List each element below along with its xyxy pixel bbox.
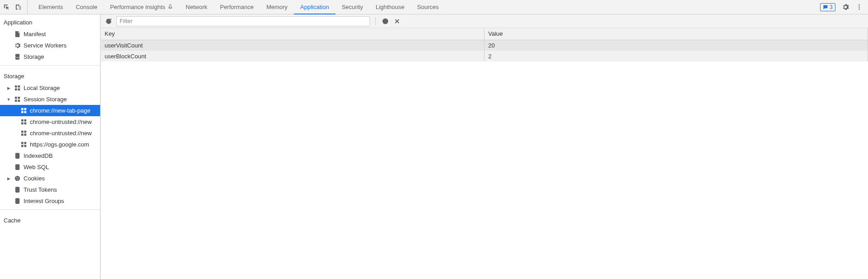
gear-icon [14,42,21,49]
origin-0-label: chrome://new-tab-page [30,107,91,114]
messages-count: 3 [830,4,833,10]
svg-rect-25 [24,142,26,144]
svg-rect-26 [21,145,23,147]
col-header-key[interactable]: Key [101,28,484,40]
tab-security[interactable]: Security [336,0,369,14]
top-left-icons [3,0,28,14]
settings-icon[interactable] [842,4,849,11]
collapse-arrow-icon[interactable]: ▼ [6,97,11,102]
sidebar-item-indexeddb[interactable]: IndexedDB [0,150,100,161]
cell-key: userBlockCount [101,51,484,61]
interest-groups-label: Interest Groups [24,198,64,204]
devtools-top-bar: Elements Console Performance insights Ne… [0,0,868,14]
sidebar-item-manifest[interactable]: Manifest [0,28,100,40]
device-toggle-icon[interactable] [14,4,22,11]
origin-2-label: chrome-untrusted://new [30,130,92,137]
svg-rect-9 [18,97,20,99]
sidebar-item-session-storage[interactable]: ▼ Session Storage [0,94,100,105]
beaker-icon [168,4,173,10]
svg-rect-13 [24,108,26,110]
database-icon [14,53,21,61]
trust-tokens-label: Trust Tokens [24,186,57,193]
svg-rect-8 [14,97,17,99]
table-header-row: Key Value [101,28,868,40]
svg-rect-24 [21,142,23,144]
panel-tabs: Elements Console Performance insights Ne… [32,0,445,14]
svg-rect-7 [18,88,20,90]
main-area: Application Manifest Service Workers Sto… [0,14,868,279]
svg-rect-10 [14,99,17,102]
tab-performance-insights-label: Performance insights [110,4,165,10]
svg-point-0 [858,5,860,6]
tab-lighthouse[interactable]: Lighthouse [369,0,411,14]
manifest-label: Manifest [24,31,46,38]
tab-memory[interactable]: Memory [260,0,294,14]
toolbar-divider [375,17,376,25]
svg-rect-21 [24,131,26,133]
database-icon [14,186,21,194]
sidebar-item-websql[interactable]: Web SQL [0,161,100,173]
svg-point-2 [858,9,860,10]
sidebar-item-cookies[interactable]: ▶ Cookies [0,173,100,184]
sidebar-item-trust-tokens[interactable]: Trust Tokens [0,184,100,195]
indexeddb-label: IndexedDB [24,152,53,159]
filter-input[interactable] [116,16,370,26]
cell-key: userVisitCount [101,40,484,51]
delete-selected-icon[interactable] [393,17,401,25]
grid-icon [20,141,27,148]
sidebar-item-origin-3[interactable]: https://ogs.google.com [0,139,100,150]
tab-performance-insights[interactable]: Performance insights [104,0,179,14]
tab-network[interactable]: Network [179,0,214,14]
svg-point-33 [17,179,18,180]
database-icon [14,198,21,205]
table-row[interactable]: userBlockCount 2 [101,51,868,61]
refresh-icon[interactable] [105,17,113,25]
expand-arrow-icon[interactable]: ▶ [6,176,11,181]
content-toolbar [101,14,868,28]
sidebar-item-origin-1[interactable]: chrome-untrusted://new [0,116,100,128]
tab-sources[interactable]: Sources [411,0,445,14]
col-header-value[interactable]: Value [484,28,868,40]
sidebar-item-service-workers[interactable]: Service Workers [0,40,100,51]
inspect-icon[interactable] [3,4,10,11]
storage-content: Key Value userVisitCount 20 userBlockCou… [101,14,868,279]
tab-performance[interactable]: Performance [214,0,260,14]
sidebar-divider [0,209,100,210]
tab-console[interactable]: Console [69,0,104,14]
sidebar-item-origin-2[interactable]: chrome-untrusted://new [0,128,100,139]
section-application-title: Application [0,14,100,28]
session-storage-label: Session Storage [24,96,67,103]
grid-icon [14,96,21,103]
file-icon [14,31,21,38]
cookie-icon [14,175,21,182]
database-icon [14,152,21,160]
messages-badge[interactable]: 3 [820,3,835,11]
svg-rect-11 [18,99,20,102]
clear-all-icon[interactable] [381,17,389,25]
sidebar-item-interest-groups[interactable]: Interest Groups [0,195,100,207]
grid-icon [20,130,27,137]
grid-icon [20,107,27,114]
sidebar-item-origin-0[interactable]: chrome://new-tab-page [0,105,100,116]
database-icon [14,164,21,171]
tab-application[interactable]: Application [294,0,336,14]
svg-point-1 [858,6,860,8]
svg-point-31 [16,177,17,178]
sidebar-item-storage[interactable]: Storage [0,51,100,62]
cookies-label: Cookies [24,175,45,182]
more-icon[interactable] [855,4,863,11]
sidebar-item-local-storage[interactable]: ▶ Local Storage [0,82,100,94]
origin-3-label: https://ogs.google.com [30,141,89,148]
svg-rect-23 [24,133,26,136]
svg-rect-18 [21,122,23,124]
table-row[interactable]: userVisitCount 20 [101,40,868,51]
svg-rect-20 [21,131,23,133]
svg-rect-19 [24,122,26,124]
svg-rect-16 [21,119,23,122]
local-storage-label: Local Storage [24,85,60,91]
tab-elements[interactable]: Elements [32,0,69,14]
expand-arrow-icon[interactable]: ▶ [6,86,11,90]
storage-table: Key Value userVisitCount 20 userBlockCou… [101,28,868,61]
grid-icon [14,85,21,92]
svg-point-32 [18,178,19,179]
